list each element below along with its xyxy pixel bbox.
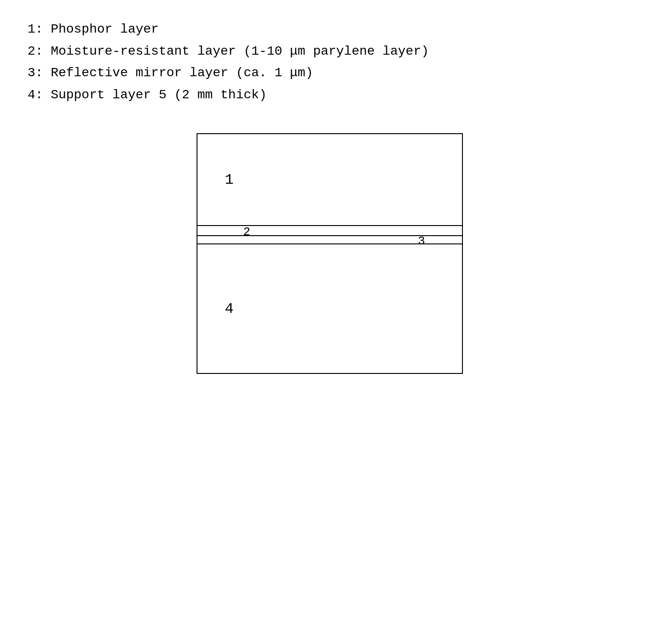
layer-1-label: 1 (225, 171, 234, 188)
diagram-container: 1 2 3 4 (28, 133, 631, 374)
legend-text-2: 2: Moisture-resistant layer (1-10 μm par… (28, 44, 429, 58)
legend-text-3: 3: Reflective mirror layer (ca. 1 μm) (28, 66, 313, 80)
legend-text-1: 1: Phosphor layer (28, 22, 159, 36)
layer-1: 1 (197, 134, 462, 226)
layer-4: 4 (197, 244, 462, 373)
layer-diagram: 1 2 3 4 (197, 133, 463, 374)
layer-2-3-wrapper: 2 3 (197, 226, 462, 244)
legend-item-2: 2: Moisture-resistant layer (1-10 μm par… (28, 40, 631, 62)
legend-item-4: 4: Support layer 5 (2 mm thick) (28, 84, 631, 106)
legend-item-1: 1: Phosphor layer (28, 18, 631, 40)
layer-4-label: 4 (225, 300, 234, 317)
legend-text-4: 4: Support layer 5 (2 mm thick) (28, 88, 267, 102)
legend-item-3: 3: Reflective mirror layer (ca. 1 μm) (28, 62, 631, 84)
layer-3-label: 3 (418, 235, 425, 247)
legend-list: 1: Phosphor layer 2: Moisture-resistant … (28, 18, 631, 106)
layer-3: 3 (197, 236, 462, 244)
